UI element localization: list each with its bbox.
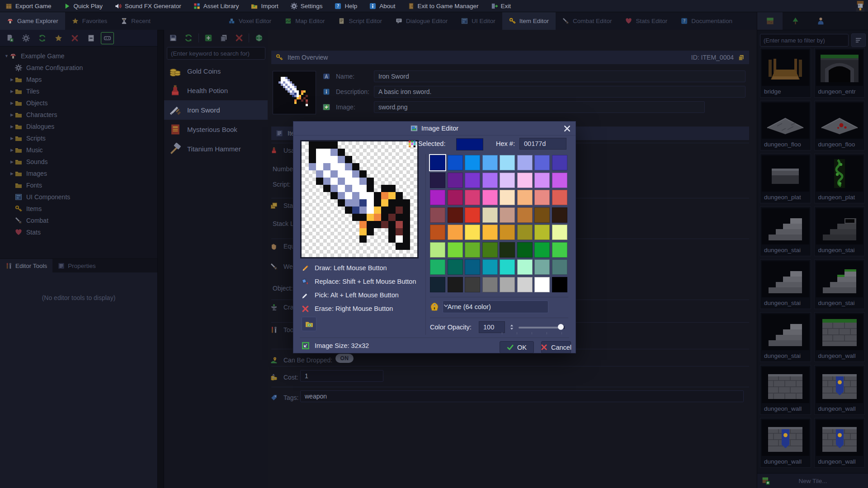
palette-swatch-23[interactable]: [552, 190, 567, 205]
list-item-titanium-hammer[interactable]: Titanium Hammer: [164, 139, 268, 159]
palette-swatch-59[interactable]: [482, 277, 498, 292]
palette-swatch-21[interactable]: [517, 190, 533, 205]
palette-swatch-7[interactable]: [552, 155, 567, 170]
item-toolbar-plus-icon[interactable]: [203, 32, 214, 44]
tile-card-dungeon_entr[interactable]: dungeon_entr: [814, 48, 865, 98]
explorer-toolbar-file-plus-icon[interactable]: [3, 32, 16, 44]
tile-card-dungeon_stai[interactable]: dungeon_stai: [760, 206, 811, 256]
tree-item-fonts[interactable]: Fonts: [0, 179, 157, 191]
palette-swatch-27[interactable]: [482, 207, 498, 223]
new-image-button[interactable]: [323, 103, 330, 111]
item-toolbar-globe-icon[interactable]: [253, 32, 264, 44]
field-input-image[interactable]: sword.png: [374, 101, 705, 113]
item-toolbar-refresh-icon[interactable]: [183, 32, 194, 44]
explorer-toolbar-star-icon[interactable]: [52, 32, 65, 44]
palette-swatch-42[interactable]: [465, 242, 480, 258]
palette-swatch-9[interactable]: [448, 173, 463, 188]
palette-swatch-58[interactable]: [465, 277, 480, 292]
palette-swatch-52[interactable]: [500, 259, 515, 275]
tab-dialogue-editor[interactable]: Dialogue Editor: [389, 12, 454, 30]
hex-input[interactable]: 00177d: [519, 138, 566, 150]
explorer-toolbar-link-box-icon[interactable]: [101, 32, 114, 44]
palette-swatch-19[interactable]: [482, 190, 498, 205]
tree-item-example-game[interactable]: ▼Example Game: [0, 50, 157, 62]
palette-swatch-1[interactable]: [448, 155, 463, 170]
palette-swatch-36[interactable]: [500, 225, 515, 240]
tab-favorites[interactable]: Favorites: [65, 12, 114, 30]
palette-swatch-13[interactable]: [517, 173, 533, 188]
palette-swatch-30[interactable]: [534, 207, 550, 223]
dialog-title-bar[interactable]: Image Editor: [293, 122, 576, 136]
palette-swatch-38[interactable]: [534, 225, 550, 240]
tree-item-maps[interactable]: ▶Maps: [0, 74, 157, 85]
palette-swatch-37[interactable]: [517, 225, 533, 240]
palette-swatch-33[interactable]: [448, 225, 463, 240]
tree-item-sounds[interactable]: ▶Sounds: [0, 156, 157, 168]
menu-item-exit-to-game-manager[interactable]: Exit to Game Manager: [408, 3, 479, 9]
copy-id-icon[interactable]: [738, 54, 745, 61]
tile-card-dungeon_wall[interactable]: dungeon_wall: [814, 312, 865, 362]
ok-button[interactable]: OK: [500, 341, 534, 353]
tab-item-editor[interactable]: Item Editor: [502, 12, 556, 30]
palette-swatch-50[interactable]: [465, 259, 480, 275]
item-toolbar-copy-icon[interactable]: [218, 32, 230, 44]
tab-properties[interactable]: Properties: [52, 259, 101, 272]
menu-item-import[interactable]: Import: [251, 3, 278, 9]
palette-swatch-61[interactable]: [517, 277, 533, 292]
tile-card-dungeon_stai[interactable]: dungeon_stai: [760, 259, 811, 309]
palette-swatch-48[interactable]: [430, 259, 445, 275]
palette-select[interactable]: Arne (64 color): [443, 300, 548, 313]
palette-swatch-51[interactable]: [482, 259, 498, 275]
palette-swatch-28[interactable]: [500, 207, 515, 223]
tree-item-items[interactable]: Items: [0, 203, 157, 215]
tree-item-tiles[interactable]: ▶Tiles: [0, 85, 157, 97]
lock-icon[interactable]: [430, 302, 439, 311]
resize-icon[interactable]: [302, 342, 310, 350]
opacity-spinner[interactable]: [509, 322, 515, 332]
menu-item-asset-library[interactable]: Asset Library: [193, 3, 239, 9]
list-item-mysterious-book[interactable]: Mysterious Book: [164, 120, 268, 139]
tree-item-ui-components[interactable]: UI Components: [0, 191, 157, 203]
menu-item-sound-fx-generator[interactable]: Sound FX Generator: [115, 3, 181, 9]
palette-swatch-45[interactable]: [517, 242, 533, 258]
palette-swatch-22[interactable]: [534, 190, 550, 205]
tile-card-bridge[interactable]: bridge: [760, 48, 811, 98]
tile-card-dungeon_stai[interactable]: dungeon_stai: [760, 312, 811, 362]
tab-voxel-editor[interactable]: Voxel Editor: [222, 12, 278, 30]
palette-swatch-6[interactable]: [534, 155, 550, 170]
palette-swatch-26[interactable]: [465, 207, 480, 223]
palette-swatch-62[interactable]: [534, 277, 550, 292]
tree-item-images[interactable]: ▶Images: [0, 168, 157, 179]
palette-swatch-35[interactable]: [482, 225, 498, 240]
item-toolbar-x-icon[interactable]: [233, 32, 245, 44]
list-item-iron-sword[interactable]: Iron Sword: [164, 100, 268, 120]
palette-swatch-20[interactable]: [500, 190, 515, 205]
menu-item-help[interactable]: ?Help: [335, 3, 357, 9]
tab-editor-tools[interactable]: Editor Tools: [0, 259, 52, 272]
tile-card-dungeon_stai[interactable]: dungeon_stai: [814, 206, 865, 256]
tile-card-dungeon_floo[interactable]: dungeon_floo: [760, 101, 811, 150]
palette-swatch-0[interactable]: [430, 155, 445, 170]
palette-swatch-60[interactable]: [500, 277, 515, 292]
tab-documentation[interactable]: ?Documentation: [674, 12, 739, 30]
tree-arrow-icon[interactable]: ▶: [9, 113, 15, 117]
tile-filter-input[interactable]: (Enter name to filter by): [760, 34, 849, 47]
tab-ui-editor[interactable]: UI Editor: [454, 12, 502, 30]
palette-swatch-3[interactable]: [482, 155, 498, 170]
palette-swatch-8[interactable]: [430, 173, 445, 188]
new-tile-button[interactable]: New Tile...: [757, 473, 868, 488]
palette-swatch-44[interactable]: [500, 242, 515, 258]
palette-swatch-11[interactable]: [482, 173, 498, 188]
field-input-name[interactable]: Iron Sword: [374, 70, 745, 82]
menu-item-about[interactable]: About: [369, 3, 395, 9]
tile-card-dungeon_wall[interactable]: dungeon_wall: [814, 418, 865, 468]
palette-swatch-2[interactable]: [465, 155, 480, 170]
tile-card-dungeon_wall[interactable]: dungeon_wall: [760, 365, 811, 415]
palette-swatch-43[interactable]: [482, 242, 498, 258]
explorer-toolbar-x-icon[interactable]: [68, 32, 81, 44]
import-image-button[interactable]: [302, 317, 316, 331]
palette-swatch-46[interactable]: [534, 242, 550, 258]
palette-swatch-4[interactable]: [500, 155, 515, 170]
tree-item-stats[interactable]: Stats: [0, 226, 157, 238]
tree-item-objects[interactable]: ▶Objects: [0, 97, 157, 109]
